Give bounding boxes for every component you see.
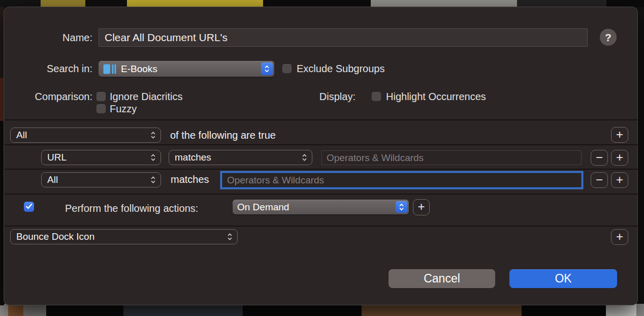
background-thumbnail [41, 0, 85, 7]
checkmark-icon [25, 202, 33, 211]
ok-button[interactable]: OK [509, 269, 617, 288]
fuzzy-label: Fuzzy [110, 103, 137, 115]
exclude-subgroups-checkbox[interactable] [282, 64, 292, 73]
background-top-strip [0, 0, 644, 7]
background-thumbnail [46, 304, 123, 316]
search-in-popup[interactable]: E-Books [99, 61, 274, 77]
ebooks-library-icon [103, 64, 116, 74]
background-thumbnail [517, 0, 606, 7]
minus-icon: − [596, 174, 603, 186]
background-thumbnail [606, 304, 636, 316]
rule1-operator-value: matches [175, 152, 211, 163]
background-thumbnail [522, 304, 606, 316]
plus-icon: + [616, 231, 623, 243]
scope-value: All [16, 130, 27, 141]
rule1-remove-button[interactable]: − [591, 150, 608, 166]
updown-chevron-icon [150, 153, 156, 162]
action-popup[interactable]: Bounce Dock Icon [10, 229, 238, 244]
name-label: Name: [18, 32, 92, 44]
divider [5, 194, 638, 195]
schedule-popup[interactable]: On Demand [233, 200, 409, 214]
rule1-field-value: URL [47, 152, 67, 163]
scope-suffix-text: of the following are true [170, 130, 276, 141]
minus-icon: − [596, 151, 603, 164]
cancel-button-label: Cancel [424, 272, 460, 286]
add-action-row-button[interactable]: + [611, 229, 628, 245]
ignore-diacritics-label: Ignore Diacritics [110, 91, 182, 103]
divider [5, 169, 638, 170]
add-rule-button[interactable]: + [611, 127, 628, 143]
updown-chevron-icon [227, 233, 233, 241]
background-thumbnail [263, 0, 371, 7]
search-in-label: Search in: [18, 63, 92, 75]
background-thumbnail [8, 304, 23, 316]
rule1-value-input[interactable] [321, 150, 582, 165]
background-bottom-strip [0, 304, 644, 316]
background-thumbnail [243, 304, 362, 316]
exclude-subgroups-label: Exclude Subgroups [297, 63, 384, 75]
help-button[interactable]: ? [600, 29, 617, 46]
divider [5, 119, 638, 120]
highlight-occurrences-checkbox[interactable] [372, 92, 381, 101]
background-thumbnail [23, 304, 46, 316]
updown-chevron-icon [396, 201, 407, 213]
rule1-field-popup[interactable]: URL [41, 150, 161, 165]
add-action-button[interactable]: + [413, 199, 430, 215]
perform-actions-label: Perform the following actions: [65, 203, 198, 214]
question-mark-icon: ? [605, 31, 611, 44]
background-thumbnail [85, 0, 127, 7]
updown-chevron-icon [150, 176, 156, 184]
scope-popup[interactable]: All [10, 128, 161, 143]
cancel-button[interactable]: Cancel [389, 269, 495, 288]
rule2-add-button[interactable]: + [611, 172, 628, 188]
ok-button-label: OK [555, 272, 571, 286]
updown-chevron-icon [261, 62, 273, 75]
rule2-field-popup[interactable]: All [41, 172, 161, 187]
rule1-operator-popup[interactable]: matches [169, 150, 312, 165]
background-thumbnail [606, 0, 644, 7]
search-in-value: E-Books [121, 64, 157, 75]
rule2-remove-button[interactable]: − [591, 172, 608, 188]
plus-icon: + [417, 201, 425, 213]
plus-icon: + [616, 174, 623, 186]
rule2-field-value: All [47, 174, 58, 185]
updown-chevron-icon [150, 131, 156, 140]
updown-chevron-icon [302, 153, 307, 162]
background-thumbnail [0, 304, 8, 316]
background-thumbnail [123, 304, 243, 316]
divider [5, 144, 638, 145]
background-thumbnail [0, 0, 41, 7]
plus-icon: + [616, 129, 623, 141]
rule2-value-input[interactable] [222, 173, 582, 187]
screen: Name: ? Search in: E-Books [0, 0, 644, 316]
action-value: Bounce Dock Icon [16, 231, 94, 242]
rule2-operator-text: matches [171, 174, 209, 185]
background-thumbnail [127, 0, 263, 7]
divider [5, 226, 638, 227]
ignore-diacritics-checkbox[interactable] [96, 92, 106, 101]
perform-actions-checkbox[interactable] [24, 202, 34, 212]
schedule-value: On Demand [237, 202, 289, 213]
rule1-add-button[interactable]: + [611, 150, 628, 166]
name-input[interactable] [99, 28, 588, 47]
display-label: Display: [288, 91, 356, 103]
highlight-occurrences-label: Highlight Occurrences [386, 91, 486, 103]
fuzzy-checkbox[interactable] [96, 104, 106, 113]
comparison-label: Comparison: [9, 91, 92, 103]
background-thumbnail [371, 0, 517, 7]
background-thumbnail [362, 304, 522, 316]
background-thumbnail [636, 304, 644, 316]
plus-icon: + [616, 151, 623, 164]
smart-search-dialog: Name: ? Search in: E-Books [4, 7, 638, 305]
